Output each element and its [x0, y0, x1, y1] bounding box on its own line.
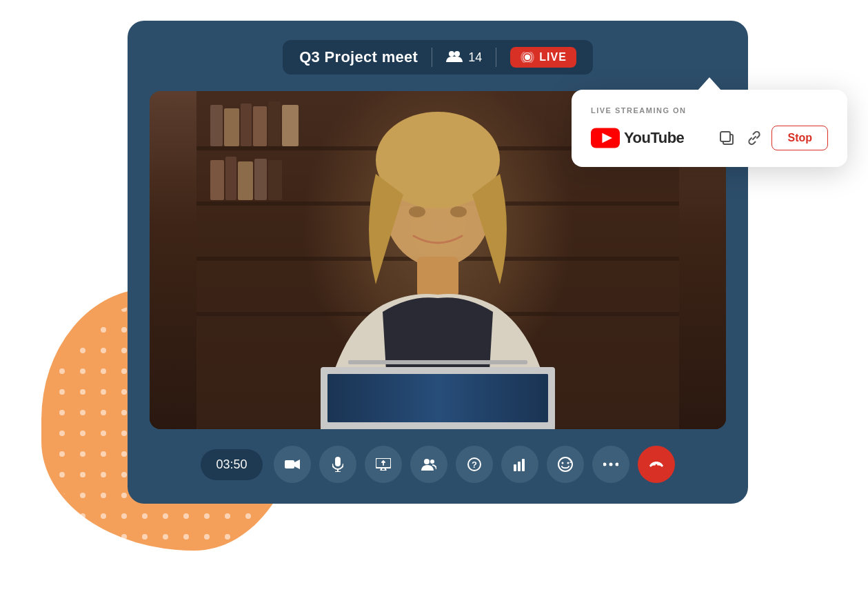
svg-point-198: [615, 463, 618, 466]
participants-icon: [446, 50, 463, 66]
svg-rect-155: [210, 105, 223, 146]
svg-rect-163: [238, 161, 253, 200]
timer-display: 03:50: [201, 449, 262, 480]
svg-point-196: [603, 463, 607, 466]
copy-button[interactable]: [716, 128, 737, 148]
svg-rect-191: [518, 462, 521, 471]
youtube-wordmark: YouTube: [624, 129, 684, 147]
svg-rect-181: [285, 460, 294, 468]
svg-point-131: [266, 513, 272, 519]
screen-share-button[interactable]: [365, 446, 402, 483]
svg-rect-157: [241, 103, 252, 146]
svg-point-146: [454, 51, 460, 57]
svg-rect-161: [210, 160, 224, 200]
svg-point-121: [59, 513, 65, 519]
svg-rect-180: [327, 374, 548, 422]
svg-rect-158: [253, 106, 267, 146]
popup-header-label: LIVE STREAMING ON: [591, 106, 828, 115]
svg-rect-165: [268, 160, 282, 200]
camera-button[interactable]: [274, 446, 311, 483]
svg-point-142: [245, 534, 251, 540]
svg-rect-159: [268, 101, 281, 146]
stats-button[interactable]: [501, 446, 538, 483]
svg-point-187: [430, 460, 434, 464]
meeting-title: Q3 Project meet: [299, 48, 418, 66]
svg-rect-156: [224, 108, 239, 146]
svg-point-133: [59, 534, 65, 540]
svg-point-195: [567, 462, 569, 464]
svg-point-147: [525, 55, 530, 60]
svg-point-144: [287, 534, 292, 540]
svg-rect-174: [417, 257, 458, 298]
popup-content-row: YouTube Stop: [591, 126, 828, 150]
participants-count: 14: [468, 50, 482, 65]
popup-actions: Stop: [716, 126, 828, 150]
svg-point-143: [266, 534, 272, 540]
svg-point-1: [59, 306, 65, 312]
header-divider-1: [432, 48, 432, 67]
svg-text:?: ?: [472, 460, 477, 470]
more-options-button[interactable]: [592, 446, 629, 483]
meeting-title-wrapper: Q3 Project meet 14: [283, 40, 593, 75]
svg-point-13: [59, 327, 65, 333]
participants-button[interactable]: [410, 446, 447, 483]
svg-rect-192: [522, 459, 525, 471]
microphone-button[interactable]: [319, 446, 356, 483]
svg-rect-162: [225, 157, 236, 200]
svg-point-135: [101, 534, 106, 540]
svg-point-186: [424, 459, 430, 464]
svg-point-194: [561, 462, 563, 464]
svg-rect-177: [348, 360, 527, 364]
help-button[interactable]: ?: [456, 446, 493, 483]
stop-button[interactable]: Stop: [771, 126, 828, 150]
svg-point-175: [409, 206, 425, 217]
header-divider-2: [496, 48, 496, 67]
youtube-icon: [591, 128, 620, 148]
svg-point-2: [80, 306, 85, 312]
svg-rect-164: [254, 159, 267, 200]
link-button[interactable]: [744, 128, 765, 148]
end-call-button[interactable]: [638, 446, 675, 483]
header-bar: Q3 Project meet 14: [150, 40, 726, 75]
svg-rect-182: [335, 457, 341, 466]
svg-point-176: [450, 206, 467, 217]
svg-point-145: [449, 51, 454, 57]
youtube-logo: YouTube: [591, 128, 684, 148]
svg-rect-160: [282, 105, 299, 146]
svg-rect-190: [514, 464, 516, 471]
svg-rect-202: [720, 132, 730, 141]
live-label: LIVE: [539, 51, 567, 63]
reaction-button[interactable]: [547, 446, 584, 483]
svg-point-197: [609, 463, 612, 466]
controls-bar: 03:50: [150, 446, 726, 483]
participants-group: 14: [446, 50, 482, 66]
live-dot-icon: [520, 52, 535, 63]
svg-point-132: [287, 513, 292, 519]
live-badge: LIVE: [510, 47, 576, 68]
svg-point-134: [80, 534, 85, 540]
live-streaming-popup: LIVE STREAMING ON YouTube: [572, 90, 847, 167]
